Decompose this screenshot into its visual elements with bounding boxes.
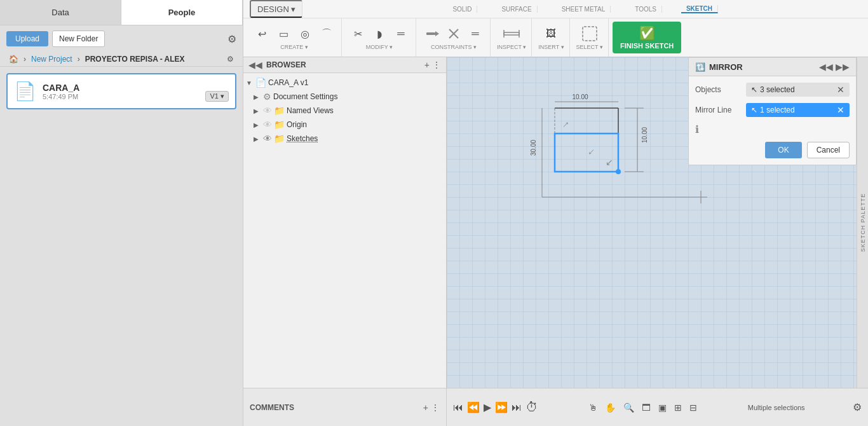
section-sheet-metal[interactable]: SHEET METAL <box>557 6 611 13</box>
tree-document-settings[interactable]: ▶ ⚙ Document Settings <box>243 90 446 104</box>
version-badge[interactable]: V1 ▾ <box>205 91 229 102</box>
mirror-line-row: Mirror Line ↖ 1 selected ✕ <box>695 103 850 117</box>
insert-icon[interactable]: 🖼 <box>541 25 560 43</box>
modify-label[interactable]: MODIFY <box>366 44 393 50</box>
tree-settings-btn[interactable]: ⚙ <box>437 79 444 87</box>
constraint2-icon[interactable] <box>444 25 463 43</box>
trim-icon[interactable]: ✂ <box>348 25 367 43</box>
section-sketch[interactable]: SKETCH <box>681 5 718 13</box>
tree-sketches-icon: 📁 <box>274 134 285 144</box>
mirror-info: ℹ <box>695 123 850 135</box>
fillet-icon[interactable]: ◗ <box>370 25 389 43</box>
undo-arc-icon[interactable]: ↩ <box>252 25 271 43</box>
svg-text:10.00: 10.00 <box>641 127 648 143</box>
tree-doc-icon: ⚙ <box>263 92 271 102</box>
constraint1-icon[interactable] <box>423 25 442 43</box>
play-play-btn[interactable]: ▶ <box>484 401 491 413</box>
tree-named-views[interactable]: ▶ 👁 📁 Named Views <box>243 104 446 118</box>
mirror-line-clear-btn[interactable]: ✕ <box>837 105 844 115</box>
pan-icon[interactable]: ✋ <box>602 401 618 414</box>
tree-arrow-views: ▶ <box>254 107 261 114</box>
canvas-settings-btn[interactable]: ⚙ <box>853 401 862 413</box>
objects-selection[interactable]: ↖ 3 selected ✕ <box>746 83 850 97</box>
arc-icon[interactable]: ⌒ <box>317 25 336 43</box>
tree-sketches[interactable]: ▶ 👁 📁 Sketches <box>243 132 446 146</box>
tree-origin[interactable]: ▶ 👁 📁 Origin <box>243 118 446 132</box>
breadcrumb-settings-icon[interactable]: ⚙ <box>227 55 234 64</box>
breadcrumb-separator2: › <box>78 55 80 64</box>
constraints-label[interactable]: CONSTRAINTS <box>431 44 477 50</box>
grid-btn[interactable]: ⊞ <box>672 401 684 414</box>
breadcrumb: 🏠 › New Project › PROYECTO REPISA - ALEX… <box>0 52 243 67</box>
browser-panel: ◀◀ BROWSER + ⋮ ▼ 📄 CARA_A v1 👁 ⚙ ▶ ⚙ Doc… <box>243 57 447 388</box>
play-end-btn[interactable]: ⏭ <box>512 402 522 413</box>
select-icon[interactable] <box>580 25 599 43</box>
tree-root[interactable]: ▼ 📄 CARA_A v1 👁 ⚙ <box>243 76 446 90</box>
finish-sketch-button[interactable]: ✅ FINISH SKETCH <box>613 22 681 53</box>
tab-data[interactable]: Data <box>0 0 121 25</box>
create-label[interactable]: CREATE <box>280 44 308 50</box>
svg-marker-1 <box>435 31 439 36</box>
inspect-icon[interactable] <box>502 25 521 43</box>
timeline-icon[interactable]: ⏱ <box>526 400 538 415</box>
play-next-btn[interactable]: ⏩ <box>495 401 508 413</box>
rectangle-icon[interactable]: ▭ <box>274 25 293 43</box>
view-cube-btn[interactable]: ⊟ <box>687 401 700 414</box>
objects-label: Objects <box>695 85 746 94</box>
design-dropdown[interactable]: DESIGN ▾ <box>250 0 302 18</box>
mirror-line-selection[interactable]: ↖ 1 selected ✕ <box>746 103 850 117</box>
objects-count: 3 selected <box>760 85 795 94</box>
mirror-line-count: 1 selected <box>760 106 795 114</box>
home-icon[interactable]: 🏠 <box>9 55 18 64</box>
breadcrumb-file[interactable]: PROYECTO REPISA - ALEX <box>85 55 185 64</box>
file-card[interactable]: 📄 CARA_A 5:47:49 PM V1 ▾ <box>6 73 236 109</box>
zoom-icon[interactable]: 🔍 <box>621 401 637 414</box>
comments-menu-btn[interactable]: ⋮ <box>431 402 440 413</box>
upload-button[interactable]: Upload <box>6 31 48 46</box>
inspect-label[interactable]: INSPECT <box>497 44 526 50</box>
tree-views-label: Named Views <box>287 106 444 115</box>
mirror-panel: 🔃 MIRROR ◀◀ ▶▶ Objects ↖ 3 selected ✕ Mi… <box>688 57 857 165</box>
mirror-icon: 🔃 <box>695 62 705 72</box>
insert-label[interactable]: INSERT <box>538 44 564 50</box>
new-folder-button[interactable]: New Folder <box>52 31 105 47</box>
play-prev-btn[interactable]: ⏪ <box>467 401 480 413</box>
display-mode-btn[interactable]: ▣ <box>656 401 669 414</box>
comments-label: COMMENTS <box>250 403 294 412</box>
cursor-icon: ↖ <box>751 85 757 94</box>
file-time: 5:47:49 PM <box>43 93 229 100</box>
cancel-button[interactable]: Cancel <box>807 142 850 158</box>
breadcrumb-project[interactable]: New Project <box>31 55 72 64</box>
play-start-btn[interactable]: ⏮ <box>453 402 463 413</box>
objects-clear-btn[interactable]: ✕ <box>837 85 844 95</box>
section-tools[interactable]: TOOLS <box>630 6 662 13</box>
svg-text:↙: ↙ <box>606 157 613 167</box>
tree-root-icon: 📄 <box>255 78 266 88</box>
objects-row: Objects ↖ 3 selected ✕ <box>695 83 850 97</box>
comments-header: COMMENTS + ⋮ <box>250 402 440 413</box>
browser-menu-btn[interactable]: ⋮ <box>432 60 441 70</box>
tab-people[interactable]: People <box>121 0 243 25</box>
fit-icon[interactable]: 🗖 <box>639 401 653 414</box>
select-label[interactable]: SELECT <box>576 44 603 50</box>
info-icon: ℹ <box>695 123 699 135</box>
tree-arrow-sketches: ▶ <box>254 135 261 142</box>
section-surface[interactable]: SURFACE <box>496 6 537 13</box>
tree-visibility-btn[interactable]: 👁 <box>429 79 436 87</box>
left-panel: Data People Upload New Folder ⚙ 🏠 › New … <box>0 0 243 426</box>
browser-collapse-btn[interactable]: ◀◀ <box>248 60 262 70</box>
circle-icon[interactable]: ◎ <box>295 25 315 43</box>
tree-origin-vis-icon: 👁 <box>263 120 272 130</box>
mirror-expand-btn[interactable]: ◀◀ <box>819 62 833 72</box>
navigate-icon[interactable]: 🖱 <box>586 401 600 414</box>
settings-icon[interactable]: ⚙ <box>227 33 236 45</box>
constraint3-icon[interactable]: ═ <box>466 25 485 43</box>
svg-rect-4 <box>504 32 519 35</box>
offset-icon[interactable]: ═ <box>391 25 410 43</box>
finish-sketch-label: FINISH SKETCH <box>620 42 674 50</box>
ok-button[interactable]: OK <box>765 142 801 158</box>
comments-add-btn[interactable]: + <box>423 402 428 413</box>
mirror-more-btn[interactable]: ▶▶ <box>836 62 850 72</box>
browser-add-btn[interactable]: + <box>424 60 430 70</box>
section-solid[interactable]: SOLID <box>447 6 477 13</box>
